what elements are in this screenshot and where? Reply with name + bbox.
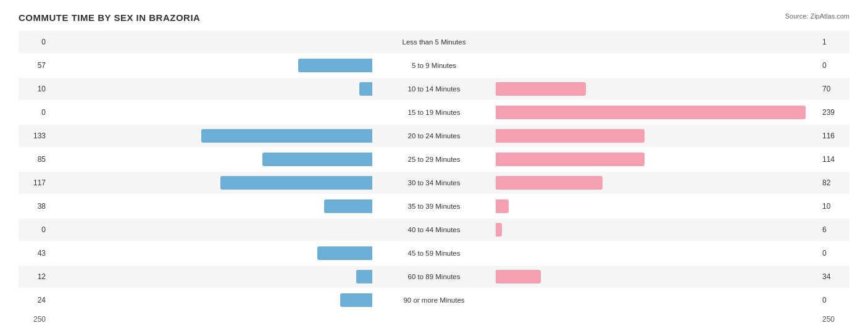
male-bar-wrap: [49, 293, 372, 307]
row-label: 10 to 14 Minutes: [372, 85, 496, 93]
male-bar: [324, 199, 372, 213]
chart-row: 015 to 19 Minutes239: [19, 101, 849, 124]
bars-container: 15 to 19 Minutes: [49, 101, 819, 124]
axis-left-label: 250: [19, 315, 49, 323]
male-bar-wrap: [49, 153, 372, 166]
female-bar-wrap: [496, 176, 819, 190]
male-bar: [298, 59, 372, 72]
female-value: 1: [819, 38, 849, 46]
female-bar: [496, 176, 603, 190]
row-label: 90 or more Minutes: [372, 296, 496, 304]
male-bar: [201, 129, 372, 143]
male-bar-wrap: [49, 106, 372, 119]
row-label: 60 to 89 Minutes: [372, 273, 496, 280]
chart-row: 11730 to 34 Minutes82: [19, 172, 849, 194]
male-bar-wrap: [49, 35, 372, 49]
female-value: 239: [819, 108, 849, 117]
bars-container: 40 to 44 Minutes: [49, 219, 819, 241]
female-bar-wrap: [496, 270, 819, 283]
row-label: 15 to 19 Minutes: [372, 109, 496, 116]
female-bar-wrap: [496, 106, 819, 119]
female-bar: [496, 82, 586, 96]
male-value: 133: [19, 132, 49, 140]
male-bar: [262, 153, 372, 166]
bars-container: 35 to 39 Minutes: [49, 195, 819, 217]
male-value: 57: [19, 61, 49, 70]
female-bar: [496, 129, 645, 143]
male-bar-wrap: [49, 82, 372, 96]
female-value: 0: [819, 61, 849, 70]
bars-container: 25 to 29 Minutes: [49, 148, 819, 170]
male-bar: [220, 176, 372, 190]
male-value: 117: [19, 178, 49, 187]
female-bar-wrap: [496, 129, 819, 143]
female-bar: [496, 223, 502, 237]
female-bar-wrap: [496, 293, 819, 307]
female-bar: [496, 153, 645, 166]
bars-container: 10 to 14 Minutes: [49, 78, 819, 100]
female-value: 0: [819, 296, 849, 304]
male-value: 0: [19, 38, 49, 46]
female-value: 116: [819, 132, 849, 140]
chart-area: 0Less than 5 Minutes1575 to 9 Minutes010…: [19, 31, 849, 311]
row-label: 25 to 29 Minutes: [372, 156, 496, 163]
bars-container: 30 to 34 Minutes: [49, 172, 819, 194]
chart-row: 0Less than 5 Minutes1: [19, 31, 849, 53]
male-bar-wrap: [49, 176, 372, 190]
chart-row: 3835 to 39 Minutes10: [19, 195, 849, 217]
chart-title: COMMUTE TIME BY SEX IN BRAZORIA: [19, 12, 200, 23]
row-label: 30 to 34 Minutes: [372, 179, 496, 187]
female-bar-wrap: [496, 59, 819, 72]
female-bar-wrap: [496, 82, 819, 96]
male-value: 24: [19, 296, 49, 304]
female-value: 70: [819, 85, 849, 93]
male-bar: [317, 246, 372, 260]
male-bar: [359, 82, 372, 96]
row-label: Less than 5 Minutes: [372, 38, 496, 46]
male-bar-wrap: [49, 270, 372, 283]
male-bar-wrap: [49, 223, 372, 237]
female-bar-wrap: [496, 246, 819, 260]
female-value: 114: [819, 155, 849, 164]
male-value: 38: [19, 202, 49, 211]
female-bar: [496, 270, 541, 283]
male-bar: [340, 293, 372, 307]
chart-row: 040 to 44 Minutes6: [19, 219, 849, 241]
axis-right-label: 250: [819, 315, 849, 323]
bars-container: 60 to 89 Minutes: [49, 266, 819, 288]
female-bar-wrap: [496, 153, 819, 166]
male-bar-wrap: [49, 129, 372, 143]
male-bar: [356, 270, 372, 283]
chart-row: 1260 to 89 Minutes34: [19, 266, 849, 288]
chart-row: 4345 to 59 Minutes0: [19, 242, 849, 264]
male-value: 85: [19, 155, 49, 164]
source-label: Source: ZipAtlas.com: [785, 12, 849, 20]
male-value: 12: [19, 272, 49, 281]
row-label: 40 to 44 Minutes: [372, 226, 496, 233]
chart-row: 13320 to 24 Minutes116: [19, 125, 849, 147]
male-value: 43: [19, 249, 49, 258]
female-bar: [496, 106, 806, 119]
bars-container: Less than 5 Minutes: [49, 31, 819, 53]
chart-row: 8525 to 29 Minutes114: [19, 148, 849, 170]
axis-row: 250 250: [19, 315, 849, 323]
female-bar-wrap: [496, 199, 819, 213]
female-bar-wrap: [496, 35, 819, 49]
chart-row: 1010 to 14 Minutes70: [19, 78, 849, 100]
bars-container: 20 to 24 Minutes: [49, 125, 819, 147]
female-value: 10: [819, 202, 849, 211]
row-label: 5 to 9 Minutes: [372, 62, 496, 69]
male-bar-wrap: [49, 199, 372, 213]
female-value: 34: [819, 272, 849, 281]
female-bar: [496, 199, 509, 213]
male-bar-wrap: [49, 246, 372, 260]
female-value: 82: [819, 178, 849, 187]
row-label: 45 to 59 Minutes: [372, 250, 496, 257]
male-value: 0: [19, 108, 49, 117]
chart-row: 575 to 9 Minutes0: [19, 54, 849, 77]
bars-container: 5 to 9 Minutes: [49, 54, 819, 77]
male-value: 10: [19, 85, 49, 93]
female-bar-wrap: [496, 223, 819, 237]
chart-row: 2490 or more Minutes0: [19, 289, 849, 311]
row-label: 20 to 24 Minutes: [372, 132, 496, 140]
